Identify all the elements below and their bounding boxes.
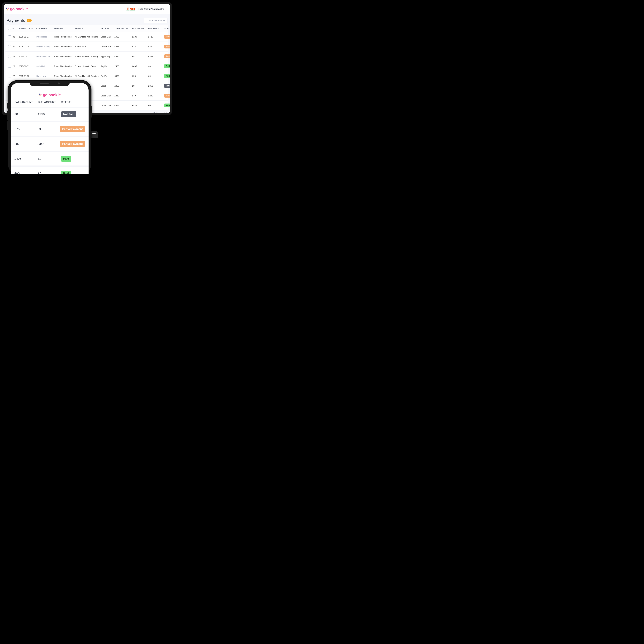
cell-due: £300 — [37, 127, 60, 131]
col-due[interactable]: DUE AMOUNT — [38, 101, 61, 104]
status-badge: Partial Payment — [164, 94, 170, 98]
cell-supplier: Retro Photobooths — [54, 36, 75, 38]
cell-method: Apple Pay — [101, 55, 114, 58]
cell-total: £435 — [114, 55, 132, 58]
cell-method: PayPal — [101, 65, 114, 67]
col-id[interactable]: ID — [13, 28, 19, 29]
cell-due: £0 — [148, 65, 164, 67]
row-checkbox[interactable] — [8, 35, 11, 38]
table-row[interactable]: 312025-02-27Paige ReadRetro PhotoboothsA… — [5, 32, 168, 42]
cell-paid: £75 — [132, 45, 148, 48]
cell-supplier: Retro Photobooths — [54, 55, 75, 58]
status-badge: Paid — [61, 171, 71, 174]
cell-date: 2025-02-01 — [19, 65, 36, 67]
table-row[interactable]: 272025-01-18Ryan HareRetro PhotoboothsAl… — [5, 71, 168, 81]
cell-total: £405 — [114, 65, 132, 67]
cell-paid: £0 — [14, 113, 38, 116]
cell-paid: £87 — [14, 142, 37, 146]
col-customer[interactable]: CUSTOMER — [36, 28, 54, 29]
export-csv-button[interactable]: EXPORT TO CSV — [144, 18, 167, 23]
cell-due: £300 — [148, 45, 164, 48]
cell-method: Local — [101, 85, 114, 87]
phone-side-button — [7, 121, 8, 130]
app-logo[interactable]: go book it — [11, 93, 89, 97]
need-help-link[interactable]: Need Help? — [153, 112, 167, 113]
col-status[interactable]: STATUS — [164, 28, 170, 29]
cell-method: Credit Card — [101, 36, 114, 38]
page-title: Payments 31 — [6, 18, 32, 23]
logo-dots-icon — [39, 94, 42, 96]
select-all-checkbox[interactable] — [8, 27, 11, 30]
cell-due: £348 — [148, 55, 164, 58]
cell-paid: £90 — [132, 75, 148, 77]
cell-service: 5 Hour Hire — [75, 45, 101, 48]
cell-due: £350 — [148, 85, 164, 87]
app-logo-text: go book it — [10, 7, 28, 11]
table-row[interactable]: 282025-02-01Julie HallRetro Photobooths5… — [5, 61, 168, 71]
cell-total: £375 — [114, 45, 132, 48]
topbar: go book it Retro photobooths Hello Retro… — [4, 4, 170, 14]
cell-id: 30 — [13, 45, 19, 48]
row-checkbox[interactable] — [8, 75, 11, 77]
col-method[interactable]: METHOD — [101, 28, 114, 29]
cell-service: All Day Hire with Printing — [75, 36, 101, 38]
cell-id: 31 — [13, 36, 19, 38]
status-badge: Partial Payment — [60, 141, 85, 147]
cell-date: 2025-02-27 — [19, 36, 36, 38]
cell-paid: £405 — [14, 157, 38, 161]
cell-due: £348 — [37, 142, 60, 146]
phone-notch — [29, 81, 70, 86]
user-menu[interactable]: Retro photobooths Hello Retro Photobooth… — [127, 7, 166, 11]
row-checkbox[interactable] — [8, 55, 11, 58]
mobile-table-row[interactable]: £405£0Paid — [11, 152, 89, 167]
mobile-table-row[interactable]: £90£0Paid — [11, 167, 89, 174]
status-badge: Paid — [164, 104, 170, 107]
cell-total: £845 — [114, 104, 132, 107]
cell-supplier: Retro Photobooths — [54, 75, 75, 77]
cell-customer: Paige Read — [36, 36, 54, 38]
phone-side-button — [7, 111, 8, 120]
mobile-table-row[interactable]: £0£350Not Paid — [11, 108, 89, 122]
cell-customer: Julie Hall — [36, 65, 54, 67]
cell-paid: £90 — [14, 172, 38, 174]
phone-device-frame: go book it PAID AMOUNT DUE AMOUNT STATUS… — [8, 81, 91, 174]
cell-service: All Day Hire with Printing an... — [75, 75, 101, 77]
cell-paid: £180 — [132, 36, 148, 38]
cell-id: 29 — [13, 55, 19, 58]
cell-paid: £405 — [132, 65, 148, 67]
status-badge: Not Paid — [164, 84, 170, 88]
status-badge: Partial Payment — [164, 35, 170, 39]
table-row[interactable]: 302025-02-20Melissa RidleyRetro Photoboo… — [5, 42, 168, 52]
speaker-icon — [40, 83, 49, 84]
cell-date: 2025-02-20 — [19, 45, 36, 48]
col-booking-date[interactable]: BOOKING DATE — [19, 28, 36, 29]
mobile-table-row[interactable]: £87£348Partial Payment — [11, 137, 89, 152]
cell-id: 28 — [13, 65, 19, 67]
col-due[interactable]: DUE AMOUNT — [148, 28, 164, 29]
mobile-table-row[interactable]: £75£300Partial Payment — [11, 122, 89, 137]
col-paid[interactable]: PAID AMOUNT — [14, 101, 38, 104]
app-logo-text: go book it — [43, 93, 61, 97]
row-checkbox[interactable] — [8, 65, 11, 68]
status-badge: Paid — [61, 156, 71, 162]
row-checkbox[interactable] — [8, 45, 11, 48]
table-row[interactable]: 292025-02-07Hannah NobleRetro Photobooth… — [5, 52, 168, 61]
cell-id: 27 — [13, 75, 19, 77]
cell-method: Credit Card — [101, 104, 114, 107]
cell-paid: £70 — [132, 95, 148, 97]
chevron-down-icon: ▾ — [166, 8, 166, 10]
phone-side-button — [7, 103, 8, 109]
cell-service: 5 Hour Hire with Guest Book — [75, 65, 101, 67]
col-supplier[interactable]: SUPPLIER — [54, 28, 75, 29]
cell-total: £350 — [114, 95, 132, 97]
col-paid[interactable]: PAID AMOUNT — [132, 28, 148, 29]
status-badge: Not Paid — [61, 111, 76, 117]
cell-supplier: Retro Photobooths — [54, 65, 75, 67]
col-status[interactable]: STATUS — [61, 101, 85, 104]
cell-customer: Ryan Hare — [36, 75, 54, 77]
col-service[interactable]: SERVICE — [75, 28, 101, 29]
app-logo[interactable]: go book it — [6, 7, 28, 11]
col-total[interactable]: TOTAL AMOUNT — [114, 28, 132, 29]
status-badge: Partial Payment — [164, 45, 170, 48]
table-header-row: ID BOOKING DATE CUSTOMER SUPPLIER SERVIC… — [5, 25, 168, 32]
